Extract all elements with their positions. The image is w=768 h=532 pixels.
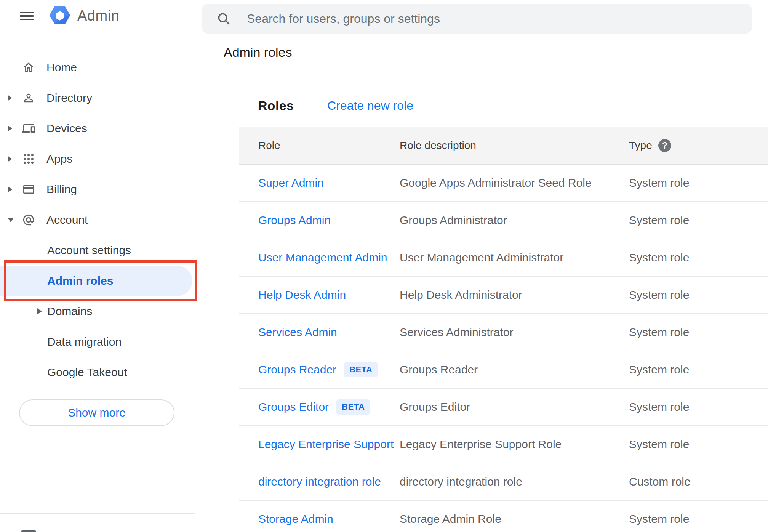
sidebar-item-label: Home [46,61,77,74]
table-row: directory integration roledirectory inte… [239,463,768,501]
role-description: Groups Editor [400,401,629,413]
role-description: Groups Administrator [400,214,629,227]
table-row: Groups EditorBETAGroups EditorSystem rol… [239,389,768,426]
title-divider [202,66,768,66]
expand-arrow-icon[interactable] [8,156,12,162]
roles-card: Roles Create new role Role Role descript… [239,85,768,532]
sidebar-item-domains[interactable]: Domains [0,296,202,327]
table-row: Help Desk AdminHelp Desk AdministratorSy… [239,277,768,314]
role-link[interactable]: Groups Editor [258,401,329,413]
column-header-type: Type ? [629,139,768,152]
sidebar-item-data-migration[interactable]: Data migration [0,327,202,357]
role-description: User Management Administrator [400,251,629,264]
sidebar-item-label: Account [46,213,88,226]
role-link[interactable]: directory integration role [258,475,381,488]
table-row: Services AdminServices AdministratorSyst… [239,314,768,351]
role-type: Custom role [629,475,768,488]
sidebar-item-billing[interactable]: Billing [0,174,202,205]
create-new-role-link[interactable]: Create new role [327,99,413,113]
app-title: Admin [77,8,119,24]
at-sign-icon [22,213,35,226]
table-row: Groups ReaderBETAGroups ReaderSystem rol… [239,351,768,389]
role-description: Services Administrator [400,326,629,339]
role-type: System role [629,288,768,301]
role-type: System role [629,176,768,189]
role-link[interactable]: User Management Admin [258,251,387,264]
search-icon [216,11,231,26]
search-input[interactable]: Search for users, groups or settings [202,4,752,34]
credit-card-icon [22,183,35,196]
sidebar-item-label: Billing [46,183,77,196]
sidebar-item-account[interactable]: Account [0,205,202,235]
sidebar-item-label: Devices [46,122,87,135]
expand-arrow-icon[interactable] [8,125,12,131]
sidebar-item-label: Domains [47,305,92,318]
help-icon[interactable]: ? [658,139,671,152]
home-icon [22,61,35,74]
table-row: Legacy Enterprise SupportLegacy Enterpri… [239,426,768,463]
sidebar-nav: Home Directory Devices [0,52,202,388]
role-description: Help Desk Administrator [400,288,629,301]
sidebar-item-label: Account settings [47,244,131,257]
table-row: User Management AdminUser Management Adm… [239,239,768,277]
apps-grid-icon [22,152,35,165]
roles-heading: Roles [258,98,294,113]
show-more-button[interactable]: Show more [19,399,174,426]
clipped-bottom-icon [21,530,36,532]
sidebar-item-label: Data migration [47,335,122,348]
sidebar-item-label: Apps [46,152,72,165]
role-type: System role [629,513,768,526]
beta-badge: BETA [336,399,370,415]
table-row: Groups AdminGroups AdministratorSystem r… [239,202,768,239]
roles-table-body: Super AdminGoogle Apps Administrator See… [239,165,768,532]
sidebar-item-directory[interactable]: Directory [0,83,202,113]
collapse-arrow-icon[interactable] [8,218,14,222]
column-header-role: Role [258,139,400,152]
column-header-description: Role description [400,139,629,152]
role-description: directory integration role [400,475,629,488]
role-link[interactable]: Help Desk Admin [258,288,346,301]
role-description: Legacy Enterprise Support Role [400,438,629,451]
role-link[interactable]: Storage Admin [258,513,333,526]
role-type: System role [629,363,768,376]
role-type: System role [629,401,768,413]
sidebar-item-account-settings[interactable]: Account settings [0,235,202,266]
sidebar: Admin Home Directory Devices [0,0,202,532]
page-title: Admin roles [224,45,292,60]
person-icon [22,91,35,104]
expand-arrow-icon[interactable] [37,308,42,314]
role-type: System role [629,326,768,339]
sidebar-item-label: Google Takeout [47,366,127,379]
devices-icon [22,122,35,135]
role-description: Groups Reader [400,363,629,376]
sidebar-item-label: Directory [46,91,92,104]
role-link[interactable]: Services Admin [258,326,337,339]
role-type: System role [629,214,768,227]
google-admin-logo-icon [48,5,72,25]
expand-arrow-icon[interactable] [8,95,12,101]
roles-card-toolbar: Roles Create new role [239,85,768,127]
sidebar-divider [0,513,195,514]
sidebar-item-label: Admin roles [47,274,113,287]
table-row: Storage AdminStorage Admin RoleSystem ro… [239,501,768,532]
role-type: System role [629,251,768,264]
role-link[interactable]: Super Admin [258,176,324,189]
beta-badge: BETA [344,362,378,377]
role-link[interactable]: Groups Admin [258,214,331,227]
role-description: Google Apps Administrator Seed Role [400,176,629,189]
expand-arrow-icon[interactable] [8,186,12,192]
sidebar-item-admin-roles[interactable]: Admin roles [0,266,202,296]
menu-hamburger-icon[interactable] [20,12,34,20]
table-row: Super AdminGoogle Apps Administrator See… [239,165,768,202]
role-link[interactable]: Legacy Enterprise Support [258,438,394,451]
search-placeholder: Search for users, groups or settings [247,12,440,26]
sidebar-item-apps[interactable]: Apps [0,144,202,174]
sidebar-item-google-takeout[interactable]: Google Takeout [0,357,202,388]
main-content: Search for users, groups or settings Adm… [202,0,768,532]
role-link[interactable]: Groups Reader [258,363,336,376]
app-header: Admin [0,0,202,34]
role-description: Storage Admin Role [400,513,629,526]
sidebar-item-home[interactable]: Home [0,52,202,83]
sidebar-item-devices[interactable]: Devices [0,113,202,144]
roles-table-header: Role Role description Type ? [239,127,768,165]
